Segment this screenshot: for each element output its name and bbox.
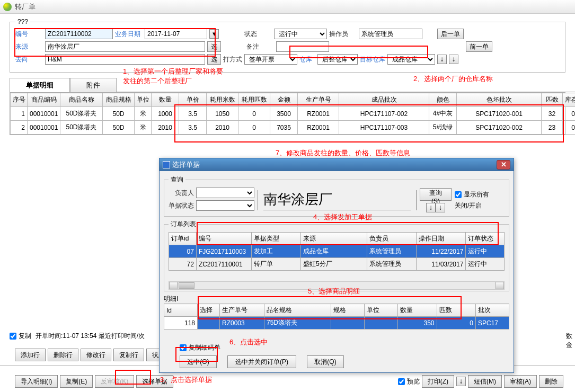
date-dropdown-icon[interactable]: ▾ bbox=[209, 29, 219, 39]
col-header: 商品规格 bbox=[103, 93, 135, 107]
tab-attach[interactable]: 附件 bbox=[70, 78, 117, 92]
dialog-close-icon[interactable]: ✕ bbox=[497, 160, 510, 170]
app-icon bbox=[3, 3, 12, 11]
warehouse-label: 仓库 bbox=[299, 55, 315, 64]
form-area: ??? 编号 业务日期 ▾ 状态 运行中 操作员 后一单 来源 选 bbox=[0, 14, 575, 73]
prev-doc-button[interactable]: 前一单 bbox=[466, 41, 492, 52]
status-label: 状态 bbox=[244, 30, 272, 39]
delete-button[interactable]: 删除 bbox=[539, 375, 563, 388]
form-fieldset: ??? 编号 业务日期 ▾ 状态 运行中 操作员 后一单 来源 选 bbox=[10, 18, 565, 73]
open-time-text: 开单时间:11-07 13:54 最近打印时间/次 bbox=[36, 332, 145, 341]
col-header: 匹数 bbox=[542, 93, 563, 107]
annot-7: 7、修改商品发往的数量、价格、匹数等信息 bbox=[276, 148, 410, 158]
toggle-label[interactable]: 关闭/开启 bbox=[455, 201, 489, 210]
detail-table: 序号商品编码商品名称商品规格单位数量单价耗用米数耗用匹数金额生产单号成品批次颜色… bbox=[10, 93, 575, 135]
dialog-title: 选择单据 bbox=[172, 160, 200, 170]
col-header: 序号 bbox=[11, 93, 28, 107]
method-select[interactable]: 签单开票 bbox=[244, 54, 297, 65]
count-label: 数金 bbox=[565, 332, 573, 350]
copy-detail-checkbox[interactable]: 复制细码单 bbox=[180, 343, 220, 352]
order-row[interactable]: 72ZC2017110001转厂单盛虹5分厂系统管理员11/03/2017运行中 bbox=[169, 258, 505, 271]
order-scrollbar[interactable] bbox=[169, 281, 505, 290]
titlebar: 转厂单 bbox=[0, 0, 575, 14]
select-doc-dialog: 选择单据 ✕ 查询 负责人 单据状态 南华涂层厂 查询(S) ↓ bbox=[159, 158, 514, 373]
query-button[interactable]: 查询(S) bbox=[420, 188, 452, 201]
preview-checkbox[interactable]: 预览 bbox=[398, 377, 420, 386]
source-input[interactable] bbox=[45, 41, 205, 52]
remark-label: 备注 bbox=[246, 42, 274, 51]
table-row[interactable]: 10001000150D涤塔夫50D米10003.5105003500RZ000… bbox=[11, 107, 576, 121]
dest-input[interactable] bbox=[45, 54, 205, 65]
dialog-big-title: 南华涂层厂 bbox=[263, 190, 411, 209]
operator-input[interactable] bbox=[359, 29, 422, 39]
tabs: 单据明细 附件 bbox=[10, 78, 575, 92]
detail-row[interactable]: 118RZ000375D涤塔夫3500SPC17 bbox=[164, 317, 509, 329]
approve-button[interactable]: 审核(A) bbox=[504, 375, 537, 388]
sort-down2-icon[interactable]: ↓ bbox=[449, 55, 458, 64]
bizdate-input[interactable] bbox=[145, 29, 207, 39]
col-header: 颜色 bbox=[429, 93, 457, 107]
ok-button[interactable]: 选中(O) bbox=[180, 355, 217, 368]
ok-close-button[interactable]: 选中并关闭订单(P) bbox=[227, 355, 296, 368]
col-header: 库存量 bbox=[563, 93, 576, 107]
col-header: 单位 bbox=[135, 93, 152, 107]
code-label: 编号 bbox=[15, 30, 43, 39]
detail-label: 明细I bbox=[164, 295, 509, 304]
cancel-button[interactable]: 取消(Q) bbox=[307, 355, 344, 368]
docstate-select[interactable] bbox=[196, 200, 254, 211]
dest-label: 去向 bbox=[15, 55, 43, 64]
select-doc-button[interactable]: 选择单据 bbox=[136, 375, 173, 388]
remark-input[interactable] bbox=[276, 41, 329, 52]
col-header: 耗用匹数 bbox=[238, 93, 270, 107]
detail-table[interactable]: Id选择生产单号品名规格规格单位数量匹数批次 118RZ000375D涤塔夫35… bbox=[164, 304, 509, 329]
form-legend: ??? bbox=[15, 18, 30, 25]
tab-detail[interactable]: 单据明细 bbox=[10, 78, 70, 92]
next-doc-button[interactable]: 后一单 bbox=[437, 29, 464, 39]
dest-pick-button[interactable]: 选 bbox=[207, 54, 221, 65]
showall-checkbox[interactable]: 显示所有 bbox=[455, 190, 489, 199]
target-wh-label: 目标仓库 bbox=[360, 55, 385, 64]
source-pick-button[interactable]: 选 bbox=[207, 41, 221, 52]
col-header: 色坯批次 bbox=[457, 93, 542, 107]
print-button[interactable]: 打印(Z) bbox=[422, 375, 454, 388]
target-wh-select[interactable]: 成品仓库 bbox=[387, 54, 435, 65]
dialog-titlebar: 选择单据 ✕ bbox=[160, 158, 514, 171]
copy-button[interactable]: 复制(E) bbox=[60, 375, 93, 388]
col-header: 成品批次 bbox=[339, 93, 429, 107]
down2-icon[interactable]: ↓ bbox=[436, 203, 445, 212]
import-button[interactable]: 导入明细(I) bbox=[15, 375, 58, 388]
main-grid: 序号商品编码商品名称商品规格单位数量单价耗用米数耗用匹数金额生产单号成品批次颜色… bbox=[10, 92, 565, 135]
print-dropdown-icon[interactable]: ↓ bbox=[456, 377, 466, 386]
status-select[interactable]: 运行中 bbox=[274, 29, 327, 39]
col-header: 商品编码 bbox=[28, 93, 60, 107]
main-window: 转厂单 ??? 编号 业务日期 ▾ 状态 运行中 操作员 后一单 来源 bbox=[0, 0, 575, 392]
col-header: 生产单号 bbox=[298, 93, 339, 107]
table-row[interactable]: 20001000150D涤塔夫50D米20103.5201007035RZ000… bbox=[11, 121, 576, 135]
order-table[interactable]: 订单id编号单据类型来源负责员操作日期订单状态 07FJG2017110003发… bbox=[169, 232, 505, 271]
window-title: 转厂单 bbox=[15, 2, 36, 12]
docstate-label: 单据状态 bbox=[169, 201, 194, 210]
warehouse-select[interactable]: 后整仓库 bbox=[317, 54, 358, 65]
source-label: 来源 bbox=[15, 42, 43, 51]
del-row-button[interactable]: 删除行 bbox=[48, 349, 78, 361]
col-header: 金额 bbox=[270, 93, 298, 107]
query-fieldset: 查询 负责人 单据状态 南华涂层厂 查询(S) ↓↓ 显示 bbox=[164, 175, 509, 217]
owner-select[interactable] bbox=[196, 188, 254, 198]
owner-label: 负责人 bbox=[169, 189, 194, 198]
order-row[interactable]: 07FJG2017110003发加工成品仓库系统管理员11/22/2017运行中 bbox=[169, 245, 505, 258]
mod-row-button[interactable]: 修改行 bbox=[81, 349, 111, 361]
code-input[interactable] bbox=[45, 29, 113, 39]
col-header: 单价 bbox=[179, 93, 207, 107]
method-label: 打方式 bbox=[223, 55, 242, 64]
operator-label: 操作员 bbox=[329, 30, 357, 39]
sort-down-icon[interactable]: ↓ bbox=[437, 55, 447, 64]
copy-checkbox[interactable]: 复制 bbox=[10, 332, 31, 341]
sms-button[interactable]: 短信(M) bbox=[468, 375, 502, 388]
add-row-button[interactable]: 添加行 bbox=[15, 349, 46, 361]
order-list-fieldset: 订单列表 订单id编号单据类型来源负责员操作日期订单状态 07FJG201711… bbox=[164, 220, 509, 291]
unapprove-button[interactable]: 反审核(K) bbox=[95, 375, 134, 388]
copy-row-button[interactable]: 复制行 bbox=[113, 349, 144, 361]
down1-icon[interactable]: ↓ bbox=[426, 203, 436, 212]
col-header: 商品名称 bbox=[60, 93, 103, 107]
col-header: 数量 bbox=[152, 93, 179, 107]
